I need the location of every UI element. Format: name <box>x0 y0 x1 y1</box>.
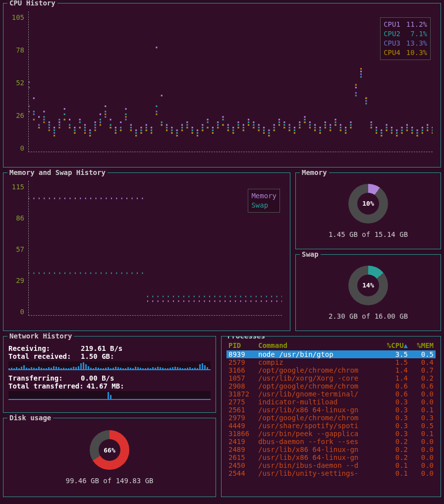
svg-rect-363 <box>250 300 251 302</box>
col-cmd[interactable]: Command <box>256 340 379 350</box>
svg-rect-311 <box>391 132 392 134</box>
swap-pct: 14% <box>357 275 379 296</box>
table-row[interactable]: 2489 /usr/lib/x86_64-linux-gn 0.2 0.0 <box>226 446 436 453</box>
svg-rect-348 <box>173 300 174 302</box>
svg-rect-136 <box>314 127 316 128</box>
svg-rect-112 <box>192 129 193 131</box>
svg-rect-10 <box>79 119 81 120</box>
table-row[interactable]: 2561 /usr/lib/x86_64-linux-gn 0.3 0.1 <box>226 406 436 414</box>
svg-rect-246 <box>58 127 60 128</box>
svg-rect-103 <box>146 127 147 128</box>
svg-rect-365 <box>261 300 262 302</box>
svg-rect-51 <box>289 124 290 125</box>
svg-rect-97 <box>115 129 116 131</box>
svg-rect-101 <box>135 132 137 134</box>
svg-rect-271 <box>186 127 188 128</box>
svg-rect-253 <box>95 129 96 131</box>
svg-rect-160 <box>29 106 30 107</box>
svg-rect-114 <box>202 127 203 128</box>
table-row[interactable]: 2615 /usr/lib/x86_64-linux-gn 0.2 0.0 <box>226 453 436 461</box>
table-row[interactable]: 31872 /usr/lib/gnome-terminal/ 0.6 0.0 <box>226 390 436 398</box>
svg-rect-67 <box>371 121 372 123</box>
svg-rect-179 <box>125 119 126 120</box>
svg-rect-92 <box>89 132 91 134</box>
svg-rect-98 <box>120 127 121 128</box>
svg-rect-385 <box>106 273 107 274</box>
svg-rect-106 <box>161 121 163 123</box>
table-row[interactable]: 8939 node /usr/bin/gtop 3.5 0.5 <box>226 350 436 358</box>
svg-rect-117 <box>217 124 219 125</box>
svg-rect-368 <box>277 300 278 302</box>
svg-rect-384 <box>101 273 102 274</box>
svg-rect-366 <box>266 300 267 302</box>
svg-rect-267 <box>166 129 167 131</box>
svg-rect-405 <box>209 296 210 297</box>
cell-mem: 0.5 <box>410 422 436 430</box>
table-row[interactable]: 4449 /usr/share/spotify/spoti 0.3 0.5 <box>226 422 436 430</box>
svg-rect-364 <box>256 300 257 302</box>
cell-mem: 0.6 <box>410 382 436 390</box>
cell-pid: 2450 <box>226 461 256 469</box>
svg-rect-90 <box>79 121 81 123</box>
svg-rect-410 <box>235 296 236 297</box>
svg-rect-362 <box>245 300 246 302</box>
table-row[interactable]: 2544 /usr/lib/unity-settings- 0.1 0.0 <box>226 469 436 477</box>
svg-rect-120 <box>232 129 234 131</box>
svg-rect-376 <box>59 273 60 274</box>
svg-rect-378 <box>69 273 70 274</box>
svg-rect-322 <box>39 198 40 199</box>
svg-rect-1 <box>33 98 35 99</box>
svg-rect-284 <box>253 127 254 128</box>
svg-rect-119 <box>227 127 229 128</box>
cell-cmd: /usr/lib/x86_64-linux-gn <box>256 453 379 461</box>
cell-mem: 0.1 <box>410 430 436 438</box>
cell-cmd: /opt/google/chrome/chrom <box>256 366 379 374</box>
table-row[interactable]: 2908 /opt/google/chrome/chrom 0.6 0.6 <box>226 382 436 390</box>
svg-rect-401 <box>188 296 189 297</box>
svg-rect-23 <box>146 124 147 125</box>
table-row[interactable]: 31866 /usr/bin/peek --gapplica 0.3 0.1 <box>226 430 436 438</box>
svg-rect-390 <box>132 273 133 274</box>
sort-indicator-icon: ▲ <box>404 341 408 349</box>
process-table[interactable]: PID Command %CPU▲ %MEM 8939 node /usr/bi… <box>226 340 436 477</box>
swap-panel: Swap 14% 2.30 GB of 16.00 GB <box>295 254 441 331</box>
svg-rect-12 <box>89 129 91 131</box>
col-pid[interactable]: PID <box>226 340 256 350</box>
cell-mem: 0.0 <box>410 390 436 398</box>
table-row[interactable]: 1057 /usr/lib/xorg/Xorg -core 1.4 0.2 <box>226 374 436 382</box>
svg-rect-78 <box>427 124 428 125</box>
svg-rect-356 <box>214 300 215 302</box>
svg-rect-37 <box>217 121 219 123</box>
table-row[interactable]: 2450 /usr/bin/ibus-daemon --d 0.1 0.0 <box>226 461 436 469</box>
svg-rect-53 <box>299 121 300 123</box>
svg-rect-315 <box>411 132 413 134</box>
svg-rect-247 <box>64 119 65 120</box>
table-row[interactable]: 2775 indicator-multiload 0.3 0.0 <box>226 398 436 406</box>
svg-rect-294 <box>304 121 306 123</box>
svg-rect-19 <box>125 108 126 110</box>
svg-rect-295 <box>309 127 311 128</box>
svg-rect-321 <box>33 198 34 199</box>
table-row[interactable]: 2979 /opt/google/chrome/chrom 0.3 0.3 <box>226 414 436 422</box>
cpu-chart <box>29 11 433 152</box>
table-row[interactable]: 2419 dbus-daemon --fork --ses 0.2 0.0 <box>226 438 436 446</box>
svg-rect-74 <box>406 124 408 125</box>
svg-rect-63 <box>350 121 351 123</box>
cell-pid: 2489 <box>226 446 256 453</box>
cell-cpu: 0.2 <box>379 453 410 461</box>
svg-rect-144 <box>355 95 357 96</box>
svg-rect-72 <box>396 129 397 131</box>
svg-rect-419 <box>281 296 282 297</box>
cell-cmd: indicator-multiload <box>256 398 379 406</box>
svg-rect-380 <box>80 273 81 274</box>
col-cpu[interactable]: %CPU▲ <box>379 340 410 350</box>
svg-rect-326 <box>59 198 60 199</box>
table-row[interactable]: 3166 /opt/google/chrome/chrom 1.4 0.7 <box>226 366 436 374</box>
table-row[interactable]: 2579 compiz 1.5 0.4 <box>226 358 436 366</box>
svg-rect-71 <box>391 127 392 128</box>
svg-rect-339 <box>126 198 127 199</box>
cell-cpu: 0.6 <box>379 390 410 398</box>
svg-rect-414 <box>256 296 257 297</box>
col-mem[interactable]: %MEM <box>410 340 436 350</box>
panel-title: Memory and Swap History <box>7 168 108 176</box>
